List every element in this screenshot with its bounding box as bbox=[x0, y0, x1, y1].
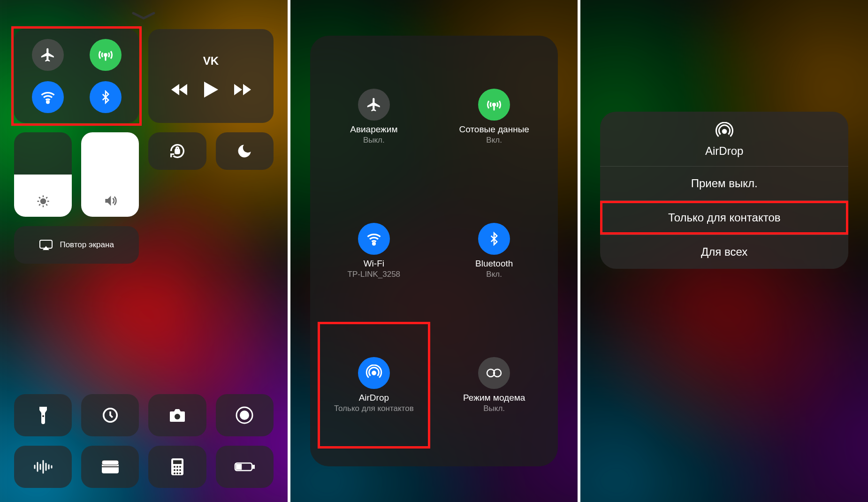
svg-point-3 bbox=[41, 199, 46, 204]
bluetooth-icon bbox=[99, 90, 113, 104]
svg-point-27 bbox=[373, 243, 375, 245]
bluetooth-status: Вкл. bbox=[486, 270, 502, 279]
bluetooth-toggle[interactable]: Bluetooth Вкл. bbox=[434, 184, 554, 318]
svg-point-20 bbox=[174, 472, 175, 474]
svg-point-9 bbox=[240, 411, 249, 420]
bluetooth-icon bbox=[487, 232, 501, 246]
bluetooth-toggle[interactable] bbox=[90, 81, 122, 113]
wifi-label: Wi-Fi bbox=[364, 259, 384, 269]
play-button[interactable] bbox=[204, 82, 218, 98]
do-not-disturb-toggle[interactable] bbox=[216, 132, 274, 170]
airplane-icon bbox=[40, 47, 56, 63]
connectivity-group[interactable] bbox=[14, 29, 139, 123]
airplane-mode-toggle[interactable]: Авиарежим Выкл. bbox=[314, 50, 434, 184]
svg-point-28 bbox=[372, 372, 375, 375]
camera-button[interactable] bbox=[148, 394, 206, 436]
screenshot-airdrop-menu: AirDrop Прием выкл. Только для контактов… bbox=[580, 0, 868, 502]
connectivity-expanded-card: Авиарежим Выкл. Сотовые данные Вкл. Wi-F… bbox=[310, 36, 558, 466]
svg-rect-11 bbox=[102, 460, 119, 465]
voice-memos-button[interactable] bbox=[14, 446, 72, 488]
cellular-data-status: Вкл. bbox=[486, 136, 502, 145]
wifi-icon bbox=[365, 230, 382, 247]
brightness-slider[interactable] bbox=[14, 132, 72, 217]
svg-point-22 bbox=[179, 472, 181, 474]
airplane-mode-label: Авиарежим bbox=[350, 124, 397, 135]
hotspot-icon bbox=[485, 367, 503, 379]
svg-point-31 bbox=[723, 129, 726, 133]
highlight-box bbox=[11, 26, 142, 126]
orientation-lock-icon bbox=[168, 142, 187, 160]
moon-icon bbox=[236, 143, 253, 160]
cellular-icon bbox=[485, 96, 503, 114]
cellular-data-label: Сотовые данные bbox=[459, 124, 529, 135]
airdrop-option-off[interactable]: Прием выкл. bbox=[600, 167, 848, 201]
airdrop-popup-title: AirDrop bbox=[705, 145, 743, 158]
airplane-icon bbox=[366, 97, 382, 113]
svg-rect-13 bbox=[173, 460, 182, 464]
airdrop-option-contacts[interactable]: Только для контактов bbox=[600, 201, 848, 235]
battery-icon bbox=[234, 461, 255, 472]
airdrop-option-everyone[interactable]: Для всех bbox=[600, 235, 848, 269]
wifi-status: TP-LINK_3258 bbox=[348, 270, 400, 279]
brightness-icon bbox=[36, 194, 50, 208]
airdrop-status: Только для контактов bbox=[334, 404, 414, 413]
svg-point-7 bbox=[175, 414, 180, 419]
cellular-data-toggle[interactable]: Сотовые данные Вкл. bbox=[434, 50, 554, 184]
cellular-data-toggle[interactable] bbox=[90, 39, 122, 71]
orientation-lock-toggle[interactable] bbox=[148, 132, 206, 170]
hotspot-status: Выкл. bbox=[483, 404, 505, 413]
airplane-mode-status: Выкл. bbox=[363, 136, 385, 145]
record-icon bbox=[235, 406, 254, 425]
calculator-button[interactable] bbox=[148, 446, 206, 488]
wifi-icon bbox=[39, 89, 56, 106]
cellular-icon bbox=[97, 46, 114, 64]
screen-mirroring-icon bbox=[39, 239, 53, 251]
bluetooth-label: Bluetooth bbox=[475, 259, 513, 269]
timer-button[interactable] bbox=[81, 394, 139, 436]
screen-mirroring-label: Повтор экрана bbox=[60, 241, 114, 250]
svg-point-5 bbox=[42, 415, 44, 417]
media-source-label: VK bbox=[203, 54, 219, 68]
airdrop-label: AirDrop bbox=[359, 393, 389, 403]
svg-rect-2 bbox=[175, 150, 179, 153]
airplane-mode-toggle[interactable] bbox=[32, 39, 64, 71]
svg-rect-25 bbox=[236, 464, 241, 469]
svg-point-1 bbox=[46, 101, 49, 103]
svg-point-21 bbox=[176, 472, 178, 474]
waveform-icon bbox=[33, 460, 53, 474]
airdrop-icon bbox=[365, 365, 382, 381]
flashlight-icon bbox=[38, 406, 48, 425]
svg-point-16 bbox=[179, 466, 181, 468]
svg-rect-24 bbox=[253, 465, 254, 468]
forward-button[interactable] bbox=[234, 83, 251, 96]
volume-icon bbox=[103, 193, 118, 208]
personal-hotspot-toggle[interactable]: Режим модема Выкл. bbox=[434, 318, 554, 452]
screen-record-button[interactable] bbox=[216, 394, 274, 436]
flashlight-button[interactable] bbox=[14, 394, 72, 436]
svg-point-19 bbox=[179, 469, 181, 471]
airdrop-options-popup: AirDrop Прием выкл. Только для контактов… bbox=[600, 112, 848, 269]
airdrop-popup-header: AirDrop bbox=[600, 112, 848, 167]
svg-point-17 bbox=[174, 469, 175, 471]
svg-point-18 bbox=[176, 469, 178, 471]
airdrop-toggle[interactable]: AirDrop Только для контактов bbox=[314, 318, 434, 452]
timer-icon bbox=[101, 406, 119, 424]
screenshot-connectivity-expanded: Авиарежим Выкл. Сотовые данные Вкл. Wi-F… bbox=[290, 0, 581, 502]
svg-point-15 bbox=[176, 466, 178, 468]
airdrop-icon bbox=[715, 122, 734, 141]
wallet-button[interactable] bbox=[81, 446, 139, 488]
volume-slider[interactable] bbox=[81, 132, 139, 217]
rewind-button[interactable] bbox=[171, 83, 188, 96]
low-power-mode-button[interactable] bbox=[216, 446, 274, 488]
wifi-toggle[interactable] bbox=[32, 81, 64, 113]
wallet-icon bbox=[101, 459, 120, 474]
camera-icon bbox=[168, 408, 187, 423]
screenshot-control-center: VK bbox=[0, 0, 290, 502]
chevron-down-icon[interactable] bbox=[131, 11, 156, 21]
svg-point-14 bbox=[174, 466, 175, 468]
hotspot-label: Режим модема bbox=[463, 393, 525, 403]
screen-mirroring-button[interactable]: Повтор экрана bbox=[14, 226, 139, 264]
media-controls[interactable]: VK bbox=[148, 29, 273, 123]
calculator-icon bbox=[170, 457, 184, 476]
wifi-toggle[interactable]: Wi-Fi TP-LINK_3258 bbox=[314, 184, 434, 318]
